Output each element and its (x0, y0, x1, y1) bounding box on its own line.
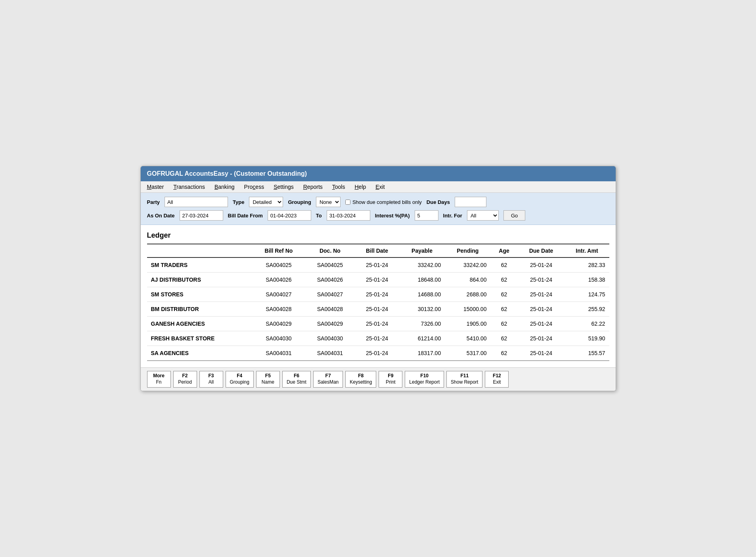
bill-date-from-label: Bill Date From (228, 213, 263, 219)
cell-pending: 1905.00 (445, 317, 490, 331)
intr-for-label: Intr. For (443, 213, 462, 219)
cell-doc-no: SA004031 (305, 346, 355, 361)
cell-age: 62 (490, 346, 517, 361)
cell-party: BM DISTRIBUTOR (147, 302, 253, 317)
bill-date-from-input[interactable] (268, 210, 311, 221)
content-area: Ledger Bill Ref No Doc. No Bill Date Pay… (141, 225, 616, 367)
table-row[interactable]: BM DISTRIBUTOR SA004028 SA004028 25-01-2… (147, 302, 609, 317)
cell-payable: 61214.00 (399, 331, 445, 346)
cell-intr-amt: 282.33 (565, 257, 609, 273)
menu-exit[interactable]: Exit (375, 184, 385, 190)
footer-btn-ledger-report[interactable]: F10Ledger Report (405, 371, 444, 387)
show-due-checkbox-label[interactable]: Show due completed bills only (345, 199, 422, 205)
due-days-input[interactable] (455, 197, 486, 207)
menu-help[interactable]: Help (354, 184, 366, 190)
footer-btn-exit[interactable]: F12Exit (485, 371, 509, 387)
cell-bill-ref: SA004027 (252, 287, 305, 302)
menu-settings[interactable]: Settings (274, 184, 294, 190)
type-select[interactable]: Detailed Summary (249, 197, 283, 207)
cell-payable: 33242.00 (399, 257, 445, 273)
col-header-doc-no: Doc. No (305, 244, 355, 257)
cell-bill-date: 25-01-24 (355, 346, 399, 361)
footer-btn-print[interactable]: F9Print (379, 371, 402, 387)
type-label: Type (233, 199, 244, 205)
col-header-bill-date: Bill Date (355, 244, 399, 257)
cell-bill-ref: SA004030 (252, 331, 305, 346)
cell-intr-amt: 519.90 (565, 331, 609, 346)
to-label: To (316, 213, 322, 219)
cell-pending: 15000.00 (445, 302, 490, 317)
cell-party: SM TRADERS (147, 257, 253, 273)
grouping-label: Grouping (288, 199, 311, 205)
col-header-age: Age (490, 244, 517, 257)
footer-btn-show-report[interactable]: F11Show Report (446, 371, 482, 387)
cell-intr-amt: 62.22 (565, 317, 609, 331)
cell-intr-amt: 255.92 (565, 302, 609, 317)
filters-area: Party Type Detailed Summary Grouping Non… (141, 193, 616, 225)
footer-btn-salesman[interactable]: F7SalesMan (313, 371, 343, 387)
menu-process[interactable]: Process (244, 184, 264, 190)
col-header-intr-amt: Intr. Amt (565, 244, 609, 257)
cell-doc-no: SA004030 (305, 331, 355, 346)
party-label: Party (147, 199, 160, 205)
cell-doc-no: SA004028 (305, 302, 355, 317)
menu-tools[interactable]: Tools (332, 184, 345, 190)
footer-btn-keysetting[interactable]: F8Keysetting (345, 371, 376, 387)
interest-input[interactable] (415, 210, 438, 221)
as-on-date-input[interactable] (180, 210, 223, 221)
cell-doc-no: SA004026 (305, 273, 355, 287)
col-header-due-date: Due Date (518, 244, 565, 257)
to-date-input[interactable] (327, 210, 370, 221)
title-bar: GOFRUGAL AccountsEasy - (Customer Outsta… (141, 166, 616, 181)
cell-due-date: 25-01-24 (518, 273, 565, 287)
cell-doc-no: SA004025 (305, 257, 355, 273)
menu-master[interactable]: Master (147, 184, 164, 190)
cell-pending: 33242.00 (445, 257, 490, 273)
grouping-select[interactable]: None Party (316, 197, 341, 207)
cell-due-date: 25-01-24 (518, 331, 565, 346)
menu-banking[interactable]: Banking (214, 184, 235, 190)
footer-btn-period[interactable]: F2Period (173, 371, 197, 387)
cell-pending: 2688.00 (445, 287, 490, 302)
cell-party: AJ DISTRIBUTORS (147, 273, 253, 287)
cell-intr-amt: 158.38 (565, 273, 609, 287)
section-title: Ledger (147, 231, 609, 240)
cell-intr-amt: 124.75 (565, 287, 609, 302)
footer-btn-due-stmt[interactable]: F6Due Stmt (282, 371, 311, 387)
cell-payable: 7326.00 (399, 317, 445, 331)
cell-payable: 14688.00 (399, 287, 445, 302)
footer-btn-all[interactable]: F3All (199, 371, 223, 387)
table-row[interactable]: SM TRADERS SA004025 SA004025 25-01-24 33… (147, 257, 609, 273)
cell-due-date: 25-01-24 (518, 317, 565, 331)
party-input[interactable] (165, 197, 228, 207)
window-title: GOFRUGAL AccountsEasy - (Customer Outsta… (147, 170, 307, 177)
intr-for-select[interactable]: All Overdue (467, 210, 499, 221)
cell-payable: 18317.00 (399, 346, 445, 361)
as-on-date-label: As On Date (147, 213, 175, 219)
show-due-checkbox[interactable] (345, 200, 350, 205)
table-row[interactable]: SA AGENCIES SA004031 SA004031 25-01-24 1… (147, 346, 609, 361)
table-row[interactable]: FRESH BASKET STORE SA004030 SA004030 25-… (147, 331, 609, 346)
menu-reports[interactable]: Reports (303, 184, 323, 190)
menu-transactions[interactable]: Transactions (173, 184, 205, 190)
table-row[interactable]: AJ DISTRIBUTORS SA004026 SA004026 25-01-… (147, 273, 609, 287)
footer-btn-fn[interactable]: MoreFn (147, 371, 171, 387)
menu-bar: Master Transactions Banking Process Sett… (141, 181, 616, 193)
cell-bill-ref: SA004031 (252, 346, 305, 361)
col-header-bill-ref: Bill Ref No (252, 244, 305, 257)
table-row[interactable]: GANESH AGENCIES SA004029 SA004029 25-01-… (147, 317, 609, 331)
footer-btn-grouping[interactable]: F4Grouping (226, 371, 254, 387)
cell-due-date: 25-01-24 (518, 287, 565, 302)
cell-due-date: 25-01-24 (518, 346, 565, 361)
cell-doc-no: SA004029 (305, 317, 355, 331)
filter-row-2: As On Date Bill Date From To Interest %(… (147, 210, 609, 221)
cell-pending: 5317.00 (445, 346, 490, 361)
table-row[interactable]: SM STORES SA004027 SA004027 25-01-24 146… (147, 287, 609, 302)
cell-bill-date: 25-01-24 (355, 317, 399, 331)
go-button[interactable]: Go (503, 210, 525, 221)
cell-bill-ref: SA004029 (252, 317, 305, 331)
cell-age: 62 (490, 257, 517, 273)
cell-intr-amt: 155.57 (565, 346, 609, 361)
footer-btn-name[interactable]: F5Name (256, 371, 280, 387)
interest-label: Interest %(PA) (375, 213, 410, 219)
